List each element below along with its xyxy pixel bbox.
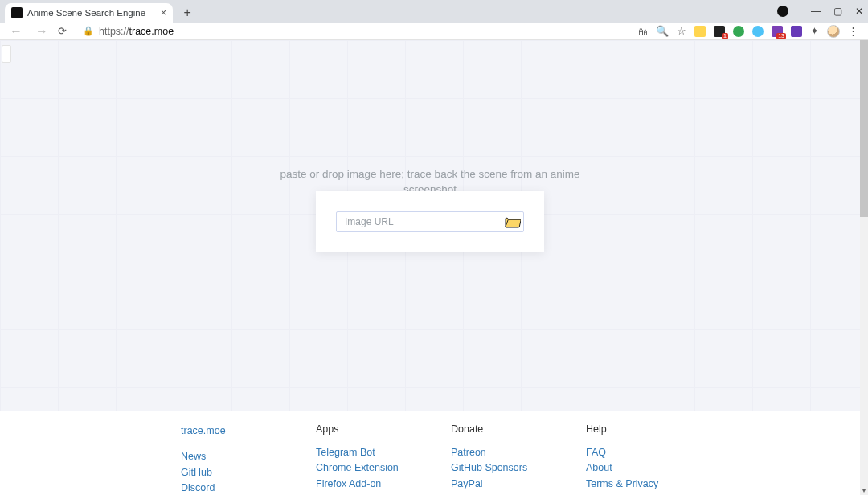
page-viewport: paste or drop image here; trace back the…: [0, 40, 868, 495]
kebab-menu-icon[interactable]: ⋮: [848, 25, 858, 37]
footer-link[interactable]: Firefox Add-on: [316, 477, 409, 492]
lock-icon: 🔒: [83, 26, 94, 36]
profile-avatar-icon[interactable]: [827, 25, 840, 38]
footer-link[interactable]: Telegram Bot: [316, 445, 409, 460]
window-maximize-icon[interactable]: ▢: [833, 6, 842, 17]
extensions-puzzle-icon[interactable]: ✦: [810, 25, 819, 37]
toolbar-icons: 🗛 🔍 ☆ ✦ ⋮: [637, 25, 862, 38]
nav-forward-icon[interactable]: →: [32, 24, 51, 39]
scrollbar-thumb[interactable]: [860, 40, 868, 217]
zoom-icon[interactable]: 🔍: [656, 25, 669, 37]
extension-icon[interactable]: [772, 26, 783, 37]
footer-link[interactable]: GitHub Sponsors: [451, 460, 544, 476]
browser-tab[interactable]: Anime Scene Search Engine - ×: [5, 3, 173, 22]
extension-icon[interactable]: [714, 26, 725, 37]
browser-toolbar: ← → ⟳ 🔒 https://trace.moe 🗛 🔍 ☆ ✦ ⋮: [0, 22, 868, 40]
window-minimize-icon[interactable]: —: [811, 6, 821, 17]
nav-back-icon[interactable]: ←: [6, 24, 26, 39]
extension-icon[interactable]: [694, 26, 706, 37]
footer-column: HelpFAQAboutTerms & PrivacyContactSystem…: [586, 423, 679, 495]
window-controls: — ▢ ✕: [777, 0, 868, 22]
footer-heading: Donate: [451, 423, 544, 440]
footer-heading: Help: [586, 423, 679, 440]
footer-link[interactable]: About: [586, 460, 679, 476]
url-host: trace.moe: [129, 26, 174, 37]
bookmark-star-icon[interactable]: ☆: [677, 25, 686, 37]
footer-link[interactable]: PayPal: [451, 477, 544, 492]
footer-link[interactable]: News: [181, 449, 274, 464]
footer-link[interactable]: Opera Add-on: [316, 492, 409, 495]
account-indicator-icon[interactable]: [777, 6, 788, 17]
page-footer: trace.moeNewsGitHubDiscordTelegramAPI Do…: [0, 411, 860, 495]
image-url-field: [336, 211, 524, 232]
footer-link[interactable]: Terms & Privacy: [586, 477, 679, 492]
footer-link[interactable]: FAQ: [586, 445, 679, 460]
window-close-icon[interactable]: ✕: [855, 6, 863, 17]
open-file-button[interactable]: [502, 212, 523, 231]
scrollbar-down-icon[interactable]: ▾: [860, 485, 868, 495]
footer-column: AppsTelegram BotChrome ExtensionFirefox …: [316, 423, 409, 495]
url-scheme: https://: [99, 26, 129, 37]
footer-heading: trace.moe: [181, 423, 274, 444]
footer-link[interactable]: Chrome Extension: [316, 460, 409, 476]
footer-heading: Apps: [316, 423, 409, 440]
window-titlebar: Anime Scene Search Engine - × + — ▢ ✕: [0, 0, 868, 22]
tab-favicon: [11, 7, 23, 18]
address-bar[interactable]: 🔒 https://trace.moe: [73, 26, 631, 37]
extension-icon[interactable]: [752, 26, 764, 37]
extension-icon[interactable]: [733, 26, 744, 37]
folder-icon: [505, 216, 521, 228]
translate-icon[interactable]: 🗛: [637, 25, 648, 37]
tab-title: Anime Scene Search Engine -: [27, 8, 151, 18]
footer-column: DonatePatreonGitHub SponsorsPayPal: [451, 423, 544, 495]
extension-icon[interactable]: [791, 26, 802, 37]
image-url-input[interactable]: [337, 216, 502, 227]
new-tab-button[interactable]: +: [178, 3, 197, 22]
footer-link[interactable]: GitHub: [181, 465, 274, 481]
side-handle[interactable]: [2, 45, 11, 63]
tab-close-icon[interactable]: ×: [161, 7, 166, 18]
footer-column: trace.moeNewsGitHubDiscordTelegramAPI Do…: [181, 423, 274, 495]
footer-link[interactable]: Patreon: [451, 445, 544, 460]
footer-link[interactable]: Discord: [181, 481, 274, 495]
nav-reload-icon[interactable]: ⟳: [58, 25, 67, 37]
footer-link[interactable]: Contact: [586, 492, 679, 495]
page-body: paste or drop image here; trace back the…: [0, 40, 860, 495]
search-card: [316, 191, 544, 252]
footer-heading-link[interactable]: trace.moe: [181, 423, 274, 439]
